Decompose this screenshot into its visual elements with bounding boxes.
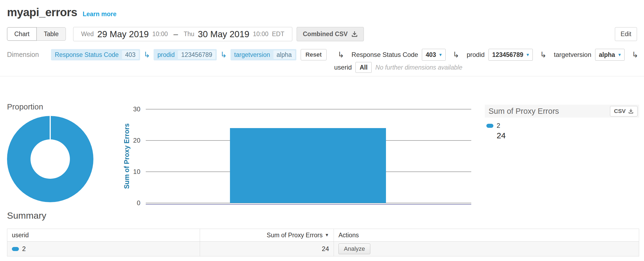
dimension-label: Dimension — [7, 51, 39, 59]
legend-panel: Sum of Proxy Errors CSV 2 24 — [485, 105, 639, 140]
chip-value: 403 — [122, 50, 139, 59]
next-dimension-label: userid — [334, 64, 352, 71]
breadcrumb-chip-prodid[interactable]: prodid 123456789 — [154, 49, 217, 60]
filter-row: userid All No further dimensions availab… — [334, 61, 642, 73]
drilldown-filters: ↳ Response Status Code 403 ▾ ↳ prodid 12… — [334, 49, 642, 73]
analyze-button[interactable]: Analyze — [338, 243, 370, 254]
legend-panel-header: Sum of Proxy Errors CSV — [485, 105, 639, 118]
combined-csv-label: Combined CSV — [303, 30, 348, 38]
analytics-dashboard: myapi_errors Learn more Chart Table Wed … — [0, 0, 644, 261]
csv-button-label: CSV — [614, 108, 626, 114]
download-icon — [628, 109, 633, 114]
date-range-picker[interactable]: Wed 29 May 2019 10:00 – Thu 30 May 2019 … — [73, 27, 292, 41]
toolbar: Chart Table Wed 29 May 2019 10:00 – Thu … — [7, 27, 637, 42]
summary-cell-sum: 24 — [200, 242, 334, 256]
date-start-time: 10:00 — [152, 30, 168, 38]
y-tick-label: 10 — [133, 168, 140, 176]
chip-name: prodid — [157, 51, 175, 59]
date-start-day: Wed — [81, 30, 94, 38]
y-tick-label: 30 — [133, 105, 140, 113]
header: myapi_errors Learn more — [7, 6, 116, 19]
learn-more-link[interactable]: Learn more — [83, 11, 116, 18]
row-userid-value: 2 — [22, 245, 26, 253]
table-tab-button[interactable]: Table — [36, 27, 66, 41]
y-tick-label: 0 — [137, 199, 140, 207]
filter-row: ↳ Response Status Code 403 ▾ ↳ prodid 12… — [334, 49, 642, 61]
filter-selected-value: alpha — [599, 51, 615, 59]
y-gridline — [146, 109, 471, 109]
section-divider — [0, 76, 644, 76]
filter-select-response-status-code[interactable]: 403 ▾ — [422, 49, 445, 61]
combined-csv-button[interactable]: Combined CSV — [297, 27, 364, 41]
date-end-date: 30 May 2019 — [198, 29, 249, 39]
chip-name: targetversion — [234, 51, 270, 59]
filter-selected-value: 403 — [426, 51, 436, 59]
sort-desc-icon: ▼ — [325, 233, 329, 238]
drilldown-arrow-icon: ↳ — [144, 51, 150, 59]
summary-col-sum-label: Sum of Proxy Errors — [267, 232, 323, 239]
date-start-date: 29 May 2019 — [97, 29, 149, 39]
download-icon — [351, 31, 358, 37]
no-more-dimensions-text: No further dimensions available — [375, 64, 462, 71]
drilldown-arrow-icon: ↳ — [453, 51, 459, 59]
caret-down-icon: ▾ — [618, 52, 621, 58]
summary-col-sum-sortable[interactable]: Sum of Proxy Errors ▼ — [200, 229, 334, 241]
legend-label: 2 — [497, 122, 500, 129]
date-end-day: Thu — [184, 30, 194, 38]
chip-value: 123456789 — [178, 50, 215, 59]
filter-select-prodid[interactable]: 123456789 ▾ — [489, 49, 533, 61]
reset-button[interactable]: Reset — [301, 49, 327, 60]
chip-name: Response Status Code — [55, 51, 119, 59]
caret-down-icon: ▾ — [527, 52, 529, 58]
chart-tab-button[interactable]: Chart — [7, 27, 37, 41]
edit-button[interactable]: Edit — [615, 27, 637, 41]
proportion-donut-panel — [7, 113, 115, 205]
drilldown-arrow-icon: ↳ — [632, 51, 638, 59]
summary-header-row: userid Sum of Proxy Errors ▼ Actions — [7, 229, 639, 242]
x-axis-line — [146, 204, 471, 205]
chip-value: alpha — [273, 50, 295, 59]
y-tick-label: 20 — [133, 137, 140, 144]
summary-col-userid: userid — [7, 229, 200, 241]
view-toggle: Chart Table — [7, 27, 66, 41]
csv-button[interactable]: CSV — [610, 106, 638, 116]
summary-title: Summary — [7, 210, 46, 221]
drilldown-arrow-icon: ↳ — [540, 51, 547, 59]
filter-name: targetversion — [554, 51, 591, 59]
legend-item[interactable]: 2 — [486, 122, 639, 129]
legend-panel-title: Sum of Proxy Errors — [489, 107, 559, 116]
summary-cell-userid: 2 — [7, 242, 200, 256]
date-range-separator: – — [174, 30, 178, 39]
drilldown-arrow-icon: ↳ — [220, 51, 227, 59]
bar-chart: 0102030 — [146, 109, 471, 203]
breadcrumb-chip-response-status-code[interactable]: Response Status Code 403 — [51, 49, 140, 60]
summary-cell-actions: Analyze — [334, 242, 639, 256]
bar-series-rect[interactable] — [230, 128, 386, 203]
next-dimension-value-box[interactable]: All — [355, 62, 371, 73]
filter-select-targetversion[interactable]: alpha ▾ — [595, 49, 625, 61]
row-series-swatch — [12, 247, 19, 251]
summary-table-row: 2 24 Analyze — [7, 242, 639, 256]
date-end-time: 10:00 — [253, 30, 269, 38]
donut-hole — [30, 139, 70, 179]
caret-down-icon: ▾ — [439, 52, 442, 58]
drilldown-arrow-icon: ↳ — [338, 51, 344, 59]
date-timezone: EDT — [272, 30, 284, 38]
page-title: myapi_errors — [7, 6, 77, 19]
filter-name: Response Status Code — [351, 51, 418, 59]
bar-chart-y-axis-title: Sum of Proxy Errors — [123, 123, 131, 189]
filter-name: prodid — [467, 51, 485, 59]
summary-col-actions: Actions — [334, 229, 639, 241]
breadcrumb-chip-targetversion[interactable]: targetversion alpha — [231, 49, 296, 60]
donut-chart[interactable] — [7, 116, 93, 202]
legend-value: 24 — [497, 131, 639, 140]
dimension-breadcrumb: Response Status Code 403 ↳ prodid 123456… — [51, 49, 327, 61]
legend-swatch — [486, 124, 493, 128]
filter-selected-value: 123456789 — [492, 51, 523, 59]
summary-table: userid Sum of Proxy Errors ▼ Actions 2 2… — [7, 229, 639, 256]
proportion-chart-title: Proportion — [7, 102, 43, 111]
